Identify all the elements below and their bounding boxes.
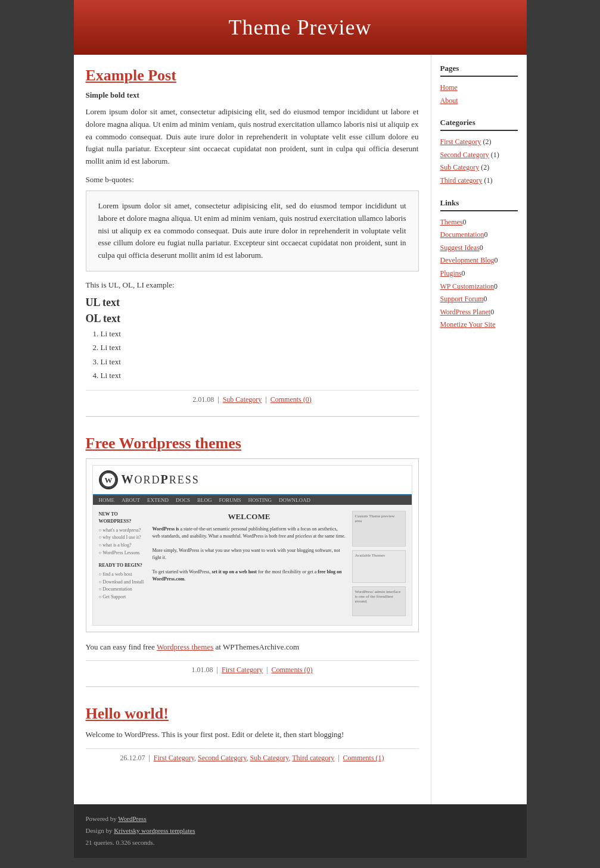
post-title-link-hello[interactable]: Hello world!	[86, 705, 169, 722]
wp-nav-docs: DOCS	[176, 497, 190, 503]
sidebar-categories-heading: Categories	[440, 118, 518, 131]
sidebar-link-wpcustom-link[interactable]: WP Customization	[440, 282, 495, 291]
sidebar-cat-second-link[interactable]: Second Category	[440, 151, 489, 159]
wp-nav-about: ABOUT	[122, 497, 140, 503]
sidebar-pages-heading: Pages	[440, 64, 518, 77]
post-comments-link-1[interactable]: Comments (0)	[271, 395, 312, 404]
post-blockquote: Lorem ipsum dolor sit amet, consectetur …	[86, 191, 419, 271]
sidebar-cat-first-link[interactable]: First Category	[440, 138, 481, 146]
sidebar-categories-section: Categories First Category (2) Second Cat…	[440, 118, 518, 187]
sidebar-link-support: Support Forum0	[440, 293, 518, 306]
wp-logo-text: WORDPRESS	[122, 473, 200, 486]
sidebar-link-monetize: Monetize Your Site	[440, 319, 518, 332]
sidebar-link-wpplanet-count: 0	[490, 308, 494, 316]
sidebar-link-support-count: 0	[484, 295, 487, 303]
footer-design-text: Design by	[86, 827, 114, 834]
wp-nav-bar: HOME ABOUT EXTEND DOCS BLOG FORUMS HOSTI…	[93, 495, 412, 505]
footer-wordpress-link[interactable]: WordPress	[118, 815, 146, 822]
wp-welcome-text: WELCOME	[153, 511, 346, 523]
sidebar-link-devblog-link[interactable]: Development Blog	[440, 256, 495, 264]
sidebar-link-plugins-count: 0	[462, 269, 465, 277]
sidebar-links-heading: Links	[440, 198, 518, 211]
wordpress-themes-link[interactable]: Wordpress themes	[157, 642, 213, 651]
sidebar-cat-sub-link[interactable]: Sub Category	[440, 163, 480, 171]
wp-ready-heading: READY TO BEGIN?	[99, 562, 147, 569]
post-list-label: This is UL, OL, LI example:	[86, 280, 419, 290]
post-meta-example: 2.01.08 | Sub Category | Comments (0)	[86, 390, 419, 404]
ul-item-1: UL text	[86, 295, 419, 311]
post-cat-first[interactable]: First Category	[154, 754, 194, 762]
sidebar-link-suggest-link[interactable]: Suggest Ideas	[440, 243, 480, 252]
sidebar-pages-list: Home About	[440, 82, 518, 107]
sidebar-page-home-link[interactable]: Home	[440, 83, 458, 92]
post-category-link-1[interactable]: Sub Category	[223, 395, 262, 404]
footer-design: Design by Krivetsky wordpress templates	[86, 825, 515, 837]
footer-design-link[interactable]: Krivetsky wordpress templates	[114, 827, 195, 834]
post-wordpress-text-after: at WPThemesArchive.com	[213, 642, 299, 651]
sidebar: Pages Home About Categories First Catego…	[431, 55, 527, 804]
post-body-paragraph: Lorem ipsum dolor sit amet, consectetur …	[86, 106, 419, 168]
footer-powered: Powered by WordPress	[86, 813, 515, 825]
wp-nav-blog: BLOG	[197, 497, 212, 503]
post-title-link-wordpress[interactable]: Free Wordpress themes	[86, 435, 241, 452]
sidebar-link-support-link[interactable]: Support Forum	[440, 295, 484, 303]
sidebar-link-suggest-count: 0	[480, 243, 483, 252]
sidebar-links-list: Themes0 Documentation0 Suggest Ideas0 De…	[440, 216, 518, 332]
post-category-link-2[interactable]: First Category	[222, 666, 263, 674]
wp-main-small: WELCOME WordPress is a state-of-the-art …	[153, 511, 346, 619]
post-bquotes-label: Some b-quotes:	[86, 175, 419, 185]
post-cat-third[interactable]: Third category	[292, 754, 334, 762]
page-header: Theme Preview	[74, 0, 527, 55]
sidebar-page-home: Home	[440, 82, 518, 95]
sidebar-link-themes: Themes0	[440, 216, 518, 229]
wp-body: NEW TO WORDPRESS? ○ what's a wordpress? …	[93, 505, 412, 625]
sidebar-page-about: About	[440, 95, 518, 108]
wp-main-body: WordPress is a state-of-the-art semantic…	[153, 526, 346, 583]
post-hello-body: Welcome to WordPress. This is your first…	[86, 729, 419, 741]
post-date-2: 1.01.08	[192, 666, 213, 674]
wp-ready-links: ○ find a web host ○ Download and Install…	[99, 571, 147, 601]
sidebar-link-plugins: Plugins0	[440, 267, 518, 280]
sidebar-cat-third-count: (1)	[484, 176, 492, 185]
sidebar-link-plugins-link[interactable]: Plugins	[440, 269, 462, 277]
main-content: Example Post Simple bold text Lorem ipsu…	[74, 55, 431, 804]
wordpress-logo-icon: W	[101, 472, 116, 488]
post-cat-second[interactable]: Second Category	[198, 754, 247, 762]
sidebar-cat-third-link[interactable]: Third category	[440, 176, 483, 185]
post-comments-link-2[interactable]: Comments (0)	[271, 666, 312, 674]
wp-right-column: Custom Theme preview area Available Them…	[352, 511, 406, 619]
post-example: Example Post Simple bold text Lorem ipsu…	[86, 67, 419, 417]
page-title: Theme Preview	[86, 15, 515, 40]
post-comments-link-3[interactable]: Comments (1)	[343, 754, 384, 762]
post-date-3: 26.12.07	[120, 754, 145, 762]
sidebar-link-wpplanet-link[interactable]: WordPress Planet	[440, 308, 491, 316]
post-title-link-example[interactable]: Example Post	[86, 67, 176, 84]
post-title-wordpress: Free Wordpress themes	[86, 435, 419, 452]
sidebar-cat-third: Third category (1)	[440, 174, 518, 188]
wp-available-themes: Available Themes	[352, 550, 406, 583]
wp-sidebar-small: NEW TO WORDPRESS? ○ what's a wordpress? …	[99, 511, 147, 619]
sidebar-link-wpcustom-count: 0	[494, 282, 498, 291]
sidebar-link-monetize-link[interactable]: Monetize Your Site	[440, 320, 496, 329]
sidebar-link-docs-count: 0	[484, 230, 487, 239]
sidebar-link-documentation: Documentation0	[440, 229, 518, 242]
footer-powered-text: Powered by	[86, 815, 119, 822]
sidebar-cat-sub-count: (2)	[481, 163, 489, 171]
footer: Powered by WordPress Design by Krivetsky…	[74, 804, 527, 857]
post-wordpress: Free Wordpress themes W	[86, 435, 419, 688]
sidebar-link-docs-link[interactable]: Documentation	[440, 230, 484, 239]
wp-screenshot-container: W WORDPRESS HOME ABOUT EXTEND	[86, 458, 419, 632]
sidebar-links-section: Links Themes0 Documentation0 Suggest Ide…	[440, 198, 518, 332]
post-meta-wordpress: 1.01.08 | First Category | Comments (0)	[86, 660, 419, 675]
wp-logo-bar: W WORDPRESS	[93, 466, 412, 495]
wp-admin-info: WordPress' admin interface is one of the…	[352, 586, 406, 616]
sidebar-link-themes-link[interactable]: Themes	[440, 218, 463, 226]
post-cat-sub[interactable]: Sub Category	[250, 754, 289, 762]
footer-queries: 21 queries. 0.326 seconds.	[86, 837, 515, 849]
post-wordpress-text-before: You can easy find free	[86, 642, 157, 651]
post-wordpress-body: You can easy find free Wordpress themes …	[86, 641, 419, 654]
wp-screenshot-inner: W WORDPRESS HOME ABOUT EXTEND	[92, 465, 412, 626]
sidebar-page-about-link[interactable]: About	[440, 96, 458, 105]
wp-nav-extend: EXTEND	[147, 497, 169, 503]
sidebar-categories-list: First Category (2) Second Category (1) S…	[440, 136, 518, 187]
